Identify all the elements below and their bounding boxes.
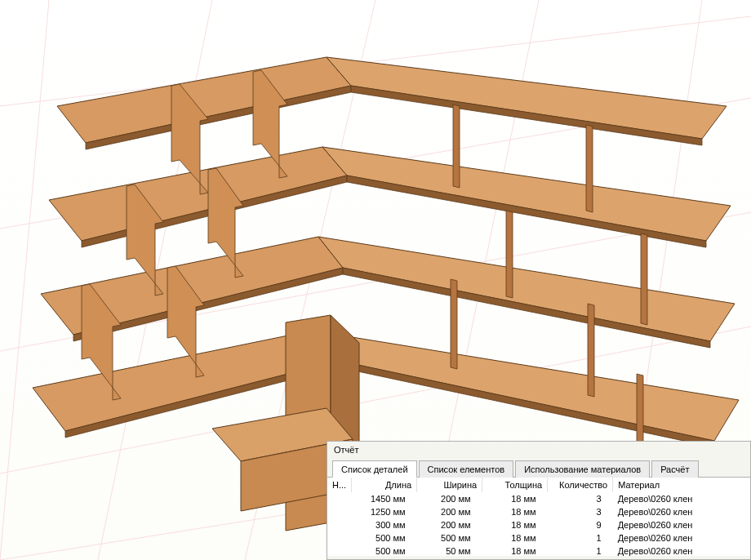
report-table-area[interactable]: Н... Длина Ширина Толщина Количество Мат… bbox=[327, 478, 750, 556]
cell-name bbox=[327, 518, 352, 531]
cell-length: 300 мм bbox=[352, 518, 417, 531]
cell-quantity: 9 bbox=[548, 518, 613, 531]
svg-marker-33 bbox=[586, 125, 593, 212]
svg-marker-24 bbox=[312, 331, 739, 441]
cell-thickness: 18 мм bbox=[482, 505, 548, 518]
cell-material: Дерево\0260 клен bbox=[613, 518, 750, 531]
col-width[interactable]: Ширина bbox=[417, 478, 482, 492]
cell-quantity: 3 bbox=[548, 492, 613, 505]
col-material[interactable]: Материал bbox=[613, 478, 750, 492]
svg-marker-37 bbox=[588, 304, 594, 397]
cell-length: 500 мм bbox=[352, 531, 417, 544]
cell-name bbox=[327, 544, 352, 556]
cell-material: Дерево\0260 клен bbox=[613, 544, 750, 556]
col-name[interactable]: Н... bbox=[327, 478, 352, 492]
table-row[interactable]: 500 мм500 мм18 мм1Дерево\0260 клен bbox=[327, 531, 750, 544]
report-panel: Отчёт Список деталей Список елементов Ис… bbox=[327, 441, 751, 560]
cell-quantity: 1 bbox=[548, 544, 613, 556]
report-tabs: Список деталей Список елементов Использо… bbox=[327, 460, 750, 478]
cell-material: Дерево\0260 клен bbox=[613, 505, 750, 518]
table-row[interactable]: 1450 мм200 мм18 мм3Дерево\0260 клен bbox=[327, 492, 750, 505]
svg-marker-38 bbox=[637, 374, 643, 449]
svg-marker-22 bbox=[318, 237, 735, 341]
table-row[interactable]: 500 мм50 мм18 мм1Дерево\0260 клен bbox=[327, 544, 750, 556]
cell-width: 50 мм bbox=[417, 544, 482, 556]
cell-length: 1450 мм bbox=[352, 492, 417, 505]
cell-width: 200 мм bbox=[417, 518, 482, 531]
cell-width: 500 мм bbox=[417, 531, 482, 544]
cell-thickness: 18 мм bbox=[482, 544, 548, 556]
cell-name bbox=[327, 492, 352, 505]
svg-marker-20 bbox=[322, 147, 731, 241]
cell-material: Дерево\0260 клен bbox=[613, 492, 750, 505]
cell-width: 200 мм bbox=[417, 505, 482, 518]
cell-quantity: 3 bbox=[548, 505, 613, 518]
table-row[interactable]: 300 мм200 мм18 мм9Дерево\0260 клен bbox=[327, 518, 750, 531]
svg-marker-32 bbox=[453, 104, 460, 188]
col-quantity[interactable]: Количество bbox=[548, 478, 613, 492]
table-row[interactable]: 1250 мм200 мм18 мм3Дерево\0260 клен bbox=[327, 505, 750, 518]
svg-line-5 bbox=[0, 0, 49, 560]
svg-marker-36 bbox=[451, 279, 457, 369]
cell-name bbox=[327, 505, 352, 518]
cell-quantity: 1 bbox=[548, 531, 613, 544]
svg-marker-18 bbox=[327, 57, 727, 139]
report-title: Отчёт bbox=[327, 442, 750, 460]
svg-marker-34 bbox=[506, 211, 513, 298]
tab-parts-list[interactable]: Список деталей bbox=[332, 460, 417, 478]
tab-elements-list[interactable]: Список елементов bbox=[419, 460, 514, 478]
col-thickness[interactable]: Толщина bbox=[482, 478, 548, 492]
tab-material-usage[interactable]: Использование материалов bbox=[515, 460, 650, 478]
parts-table: Н... Длина Ширина Толщина Количество Мат… bbox=[327, 478, 750, 556]
cell-thickness: 18 мм bbox=[482, 531, 548, 544]
cell-material: Дерево\0260 клен bbox=[613, 531, 750, 544]
svg-marker-35 bbox=[641, 233, 647, 325]
cell-thickness: 18 мм bbox=[482, 518, 548, 531]
cell-width: 200 мм bbox=[417, 492, 482, 505]
col-length[interactable]: Длина bbox=[352, 478, 417, 492]
cell-name bbox=[327, 531, 352, 544]
cell-length: 500 мм bbox=[352, 544, 417, 556]
cell-length: 1250 мм bbox=[352, 505, 417, 518]
tab-calc[interactable]: Расчёт bbox=[651, 460, 698, 478]
cell-thickness: 18 мм bbox=[482, 492, 548, 505]
